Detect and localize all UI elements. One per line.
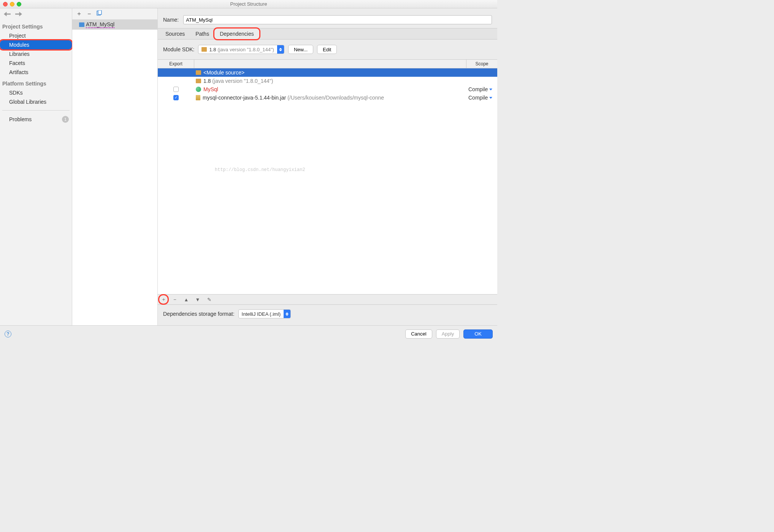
remove-module-button[interactable]: −	[87, 11, 91, 17]
name-label: Name:	[163, 17, 179, 23]
project-settings-header: Project Settings	[0, 20, 72, 31]
module-list: ＋ − ATM_MySql	[72, 8, 158, 325]
add-module-button[interactable]: ＋	[76, 10, 82, 18]
dialog-button-bar: ? Cancel Apply OK	[0, 325, 497, 342]
tab-paths[interactable]: Paths	[190, 28, 214, 39]
table-row[interactable]: 1.8 (java version "1.8.0_144")	[158, 77, 497, 85]
module-details: Name: Sources Paths Dependencies Module …	[158, 8, 497, 325]
dep-name: mysql-connector-java-5.1.44-bin.jar	[203, 95, 287, 101]
dep-path: (/Users/kouisen/Downloads/mysql-conne	[287, 95, 384, 101]
table-row[interactable]: mysql-connector-java-5.1.44-bin.jar (/Us…	[158, 93, 497, 102]
close-window-icon[interactable]	[3, 2, 8, 6]
storage-format-select[interactable]: IntelliJ IDEA (.iml)	[238, 309, 291, 318]
move-up-button[interactable]: ▲	[183, 296, 190, 303]
module-sdk-select[interactable]: 1.8 (java version "1.8.0_144")	[198, 45, 284, 54]
export-checkbox[interactable]	[173, 87, 179, 92]
watermark: http://blog.csdn.net/huangyixian2	[215, 167, 305, 173]
module-list-item[interactable]: ATM_MySql	[72, 20, 157, 30]
dep-name: 1.8	[203, 78, 212, 84]
dropdown-stepper-icon	[284, 310, 290, 318]
storage-format-value: IntelliJ IDEA (.iml)	[242, 311, 281, 317]
add-dependency-button[interactable]: ＋	[160, 296, 167, 303]
sidebar: Project Settings Project Modules Librari…	[0, 8, 72, 325]
column-export[interactable]: Export	[158, 60, 194, 68]
sidebar-item-problems[interactable]: Problems 1	[0, 114, 72, 124]
column-name[interactable]	[194, 60, 466, 68]
apply-button[interactable]: Apply	[436, 329, 460, 339]
module-sdk-label: Module SDK:	[163, 46, 194, 52]
tab-dependencies[interactable]: Dependencies	[214, 28, 259, 39]
sidebar-item-project[interactable]: Project	[0, 31, 72, 40]
folder-icon	[196, 70, 201, 75]
dep-name: <Module source>	[203, 70, 244, 76]
sidebar-item-global-libraries[interactable]: Global Libraries	[0, 97, 72, 106]
tab-bar: Sources Paths Dependencies	[158, 28, 497, 40]
sidebar-item-problems-label: Problems	[9, 116, 32, 122]
chevron-down-icon	[489, 89, 492, 90]
cancel-button[interactable]: Cancel	[405, 329, 432, 339]
sdk-value: 1.8	[209, 47, 217, 52]
module-name-input[interactable]	[183, 15, 492, 24]
export-checkbox[interactable]	[173, 95, 179, 100]
maximize-window-icon[interactable]	[17, 2, 21, 6]
chevron-down-icon	[489, 97, 492, 99]
dependencies-table: Export Scope <Module source> 1.8 (java v…	[158, 59, 497, 305]
forward-icon[interactable]	[15, 11, 22, 17]
table-row[interactable]: <Module source>	[158, 68, 497, 77]
platform-settings-header: Platform Settings	[0, 77, 72, 88]
window-title: Project Structure	[230, 1, 267, 7]
help-button[interactable]: ?	[5, 331, 11, 337]
storage-format-label: Dependencies storage format:	[163, 311, 235, 317]
scope-value[interactable]: Compile	[468, 86, 488, 92]
new-sdk-button[interactable]: New...	[288, 45, 313, 54]
move-down-button[interactable]: ▼	[194, 296, 201, 303]
edit-dependency-button[interactable]: ✎	[206, 296, 213, 303]
problems-count-badge: 1	[62, 116, 69, 123]
table-row[interactable]: MySql Compile	[158, 85, 497, 93]
copy-module-button[interactable]	[96, 10, 102, 17]
edit-sdk-button[interactable]: Edit	[317, 45, 337, 54]
sdk-icon	[201, 47, 207, 52]
globe-icon	[196, 87, 201, 92]
svg-rect-1	[98, 10, 102, 14]
sidebar-separator	[2, 110, 70, 111]
tab-sources[interactable]: Sources	[160, 28, 190, 39]
sidebar-item-sdks[interactable]: SDKs	[0, 88, 72, 97]
back-icon[interactable]	[4, 11, 11, 17]
sidebar-item-libraries[interactable]: Libraries	[0, 49, 72, 59]
remove-dependency-button[interactable]: −	[171, 296, 178, 303]
ok-button[interactable]: OK	[463, 329, 493, 339]
column-scope[interactable]: Scope	[466, 60, 497, 68]
dep-detail: (java version "1.8.0_144")	[212, 78, 273, 84]
sidebar-item-facets[interactable]: Facets	[0, 59, 72, 68]
sidebar-item-modules[interactable]: Modules	[0, 40, 72, 49]
sdk-value-detail: (java version "1.8.0_144")	[217, 47, 274, 52]
title-bar: Project Structure	[0, 0, 497, 8]
sidebar-item-artifacts[interactable]: Artifacts	[0, 68, 72, 77]
module-icon	[79, 22, 84, 27]
module-name: ATM_MySql	[86, 21, 114, 28]
jar-icon	[196, 95, 200, 100]
scope-value[interactable]: Compile	[468, 95, 488, 101]
dropdown-stepper-icon	[277, 45, 284, 54]
dep-name: MySql	[203, 86, 218, 92]
minimize-window-icon[interactable]	[10, 2, 14, 6]
folder-icon	[196, 79, 201, 83]
